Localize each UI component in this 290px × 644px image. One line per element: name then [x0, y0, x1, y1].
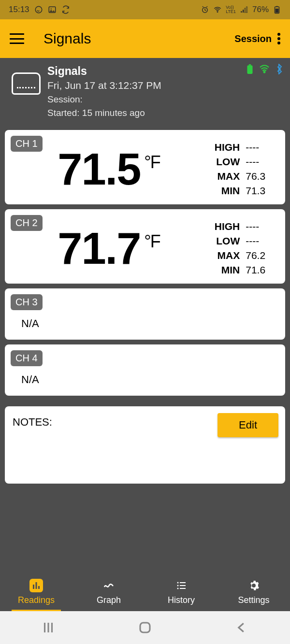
bottom-nav: Readings Graph History Settings: [0, 572, 290, 611]
channel-na: N/A: [21, 373, 277, 386]
whatsapp-icon: [34, 5, 43, 14]
battery-icon: [246, 64, 253, 74]
svg-point-20: [177, 585, 179, 586]
svg-point-14: [264, 72, 265, 73]
session-datetime: Fri, Jun 17 at 3:12:37 PM: [47, 80, 283, 91]
alarm-icon: [201, 5, 209, 14]
channel-reading: 71.7 °F: [13, 226, 205, 271]
svg-rect-7: [245, 8, 246, 13]
menu-icon[interactable]: [10, 33, 24, 44]
page-title: Signals: [44, 30, 234, 47]
channel-card-1[interactable]: CH 1 71.5 °F HIGH---- LOW---- MAX76.3 MI…: [5, 130, 285, 204]
svg-rect-15: [33, 585, 34, 589]
channel-badge: CH 3: [11, 294, 43, 310]
svg-rect-5: [241, 11, 242, 13]
content-area: Signals Fri, Jun 17 at 3:12:37 PM Sessio…: [0, 58, 290, 572]
recents-button[interactable]: [41, 620, 56, 635]
settings-icon: [247, 579, 261, 592]
app-bar: Signals Session: [0, 19, 290, 58]
channel-badge: CH 4: [11, 350, 43, 366]
svg-rect-6: [243, 10, 244, 13]
readings-icon: [29, 579, 43, 592]
svg-rect-17: [38, 586, 40, 589]
svg-rect-21: [180, 585, 186, 586]
home-button[interactable]: [138, 620, 152, 635]
svg-point-18: [177, 582, 179, 583]
channel-badge: CH 2: [11, 215, 43, 231]
edit-button[interactable]: Edit: [218, 413, 278, 437]
svg-point-22: [177, 587, 179, 589]
nav-history[interactable]: History: [145, 572, 218, 611]
svg-point-4: [217, 12, 218, 13]
session-info-header: Signals Fri, Jun 17 at 3:12:37 PM Sessio…: [0, 58, 290, 125]
channel-stats: HIGH---- LOW---- MAX76.2 MIN71.6: [205, 221, 277, 276]
channel-card-4[interactable]: CH 4 N/A: [5, 344, 285, 396]
android-nav-bar: [0, 611, 290, 644]
svg-rect-19: [180, 582, 186, 583]
nav-readings[interactable]: Readings: [0, 572, 72, 611]
session-started: Started: 15 minutes ago: [47, 108, 283, 118]
device-icon: [12, 72, 41, 95]
session-label: Session:: [47, 94, 283, 105]
session-button[interactable]: Session: [234, 33, 272, 44]
back-button[interactable]: [234, 620, 249, 635]
svg-rect-12: [249, 64, 251, 65]
svg-rect-16: [36, 582, 37, 589]
image-icon: [48, 5, 57, 14]
nav-settings[interactable]: Settings: [218, 572, 290, 611]
channel-stats: HIGH---- LOW---- MAX76.3 MIN71.3: [205, 142, 277, 197]
channel-badge: CH 1: [11, 136, 43, 152]
battery-percent: 76%: [252, 5, 269, 14]
channel-reading: 71.5 °F: [13, 147, 205, 191]
battery-icon: [273, 5, 281, 14]
svg-rect-27: [140, 623, 150, 632]
svg-point-2: [50, 8, 51, 9]
overflow-icon[interactable]: [277, 33, 280, 44]
svg-rect-8: [246, 7, 247, 13]
svg-point-0: [35, 6, 42, 13]
volte-indicator: Vo))LTE1: [226, 5, 236, 14]
channel-card-3[interactable]: CH 3 N/A: [5, 288, 285, 340]
bluetooth-icon: [276, 64, 282, 74]
svg-rect-11: [276, 6, 278, 7]
svg-rect-10: [276, 9, 279, 13]
history-icon: [174, 579, 188, 592]
graph-icon: [102, 579, 116, 592]
signal-icon: [240, 5, 248, 14]
sync-icon: [61, 5, 70, 14]
channel-na: N/A: [21, 317, 277, 330]
wifi-icon: [213, 5, 222, 14]
svg-rect-23: [180, 588, 186, 589]
wifi-icon: [259, 65, 270, 73]
channel-card-2[interactable]: CH 2 71.7 °F HIGH---- LOW---- MAX76.2 MI…: [5, 209, 285, 284]
status-time: 15:13: [9, 5, 29, 14]
notes-card: NOTES: Edit: [5, 406, 285, 484]
android-status-bar: 15:13 Vo))LTE1 76%: [0, 0, 290, 19]
svg-rect-13: [247, 65, 252, 74]
nav-graph[interactable]: Graph: [72, 572, 145, 611]
